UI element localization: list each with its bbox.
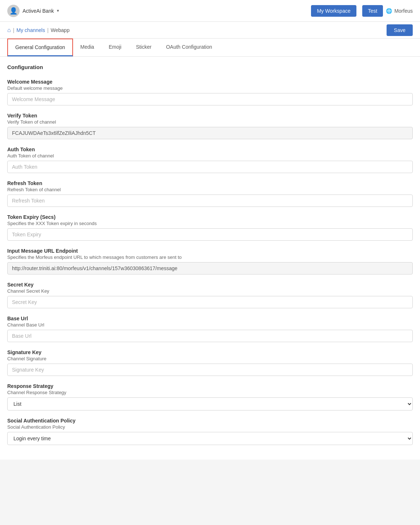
breadcrumb: ⌂ | My channels | Webapp Save	[0, 22, 420, 39]
response-strategy-desc: Channel Response Strategy	[7, 390, 413, 395]
field-group-base-url: Base Url Channel Base Url	[7, 316, 413, 342]
refresh-token-desc: Refresh Token of channel	[7, 187, 413, 192]
globe-icon: 🌐	[386, 8, 392, 14]
bank-dropdown[interactable]: ActiveAi Bank ▼	[23, 8, 60, 14]
section-title: Configuration	[7, 64, 413, 73]
refresh-token-label: Refresh Token	[7, 180, 413, 186]
field-group-auth-token: Auth Token Auth Token of channel	[7, 147, 413, 173]
auth-token-input[interactable]	[7, 161, 413, 173]
secret-key-desc: Channel Secret Key	[7, 288, 413, 294]
field-group-social-auth-policy: Social Authentication Policy Social Auth…	[7, 418, 413, 445]
input-message-url-input	[7, 262, 413, 274]
response-strategy-label: Response Strategy	[7, 383, 413, 389]
base-url-label: Base Url	[7, 316, 413, 321]
social-auth-policy-desc: Social Authentication Policy	[7, 424, 413, 430]
welcome-message-desc: Default welcome message	[7, 85, 413, 91]
token-expiry-label: Token Expiry (Secs)	[7, 214, 413, 220]
tab-general-configuration[interactable]: General Configuration	[7, 39, 73, 56]
tab-media[interactable]: Media	[73, 39, 101, 56]
field-group-secret-key: Secret Key Channel Secret Key	[7, 282, 413, 308]
tab-sticker[interactable]: Sticker	[129, 39, 159, 56]
welcome-message-label: Welcome Message	[7, 79, 413, 85]
breadcrumb-separator-2: |	[47, 27, 49, 33]
secret-key-label: Secret Key	[7, 282, 413, 288]
field-group-input-message-url: Input Message URL Endpoint Specifies the…	[7, 248, 413, 274]
user-info: 🌐 Morfeus	[386, 8, 413, 14]
main-content: Configuration Welcome Message Default we…	[0, 57, 420, 460]
welcome-message-input[interactable]	[7, 93, 413, 105]
my-workspace-button[interactable]: My Workspace	[311, 5, 356, 17]
social-auth-policy-select[interactable]: Login every time Remember me Never login	[7, 432, 413, 445]
auth-token-label: Auth Token	[7, 147, 413, 152]
input-message-url-label: Input Message URL Endpoint	[7, 248, 413, 254]
field-group-verify-token: Verify Token Verify Token of channel	[7, 113, 413, 139]
field-group-signature-key: Signature Key Channel Signature	[7, 349, 413, 376]
breadcrumb-channels-link[interactable]: My channels	[16, 27, 45, 33]
chevron-down-icon: ▼	[56, 9, 60, 13]
signature-key-input[interactable]	[7, 364, 413, 376]
signature-key-desc: Channel Signature	[7, 356, 413, 361]
refresh-token-input[interactable]	[7, 195, 413, 207]
signature-key-label: Signature Key	[7, 349, 413, 355]
token-expiry-desc: Specifies the XXX Token expiry in second…	[7, 221, 413, 226]
header: 👤 ActiveAi Bank ▼ My Workspace Test 🌐 Mo…	[0, 0, 420, 22]
tabs-container: General Configuration Media Emoji Sticke…	[0, 39, 420, 57]
avatar: 👤	[7, 5, 20, 17]
verify-token-input	[7, 127, 413, 139]
field-group-refresh-token: Refresh Token Refresh Token of channel	[7, 180, 413, 207]
base-url-desc: Channel Base Url	[7, 322, 413, 328]
tab-oauth-configuration[interactable]: OAuth Configuration	[159, 39, 219, 56]
bank-name: ActiveAi Bank	[23, 8, 54, 14]
verify-token-desc: Verify Token of channel	[7, 119, 413, 125]
breadcrumb-nav: ⌂ | My channels | Webapp	[7, 27, 69, 33]
verify-token-label: Verify Token	[7, 113, 413, 119]
breadcrumb-separator-1: |	[13, 27, 15, 33]
auth-token-desc: Auth Token of channel	[7, 153, 413, 159]
header-right: My Workspace Test 🌐 Morfeus	[311, 5, 413, 17]
field-group-token-expiry: Token Expiry (Secs) Specifies the XXX To…	[7, 214, 413, 241]
home-icon[interactable]: ⌂	[7, 27, 11, 33]
response-strategy-select[interactable]: List Single Multiple	[7, 397, 413, 410]
breadcrumb-current: Webapp	[51, 27, 70, 33]
tab-emoji[interactable]: Emoji	[101, 39, 129, 56]
social-auth-policy-label: Social Authentication Policy	[7, 418, 413, 424]
secret-key-input[interactable]	[7, 296, 413, 308]
input-message-url-desc: Specifies the Morfeus endpoint URL to wh…	[7, 255, 413, 260]
header-left: 👤 ActiveAi Bank ▼	[7, 5, 60, 17]
token-expiry-input[interactable]	[7, 228, 413, 241]
field-group-response-strategy: Response Strategy Channel Response Strat…	[7, 383, 413, 410]
save-button[interactable]: Save	[387, 24, 413, 36]
test-button[interactable]: Test	[362, 5, 383, 17]
base-url-input[interactable]	[7, 330, 413, 342]
field-group-welcome-message: Welcome Message Default welcome message	[7, 79, 413, 105]
user-name: Morfeus	[394, 8, 413, 14]
